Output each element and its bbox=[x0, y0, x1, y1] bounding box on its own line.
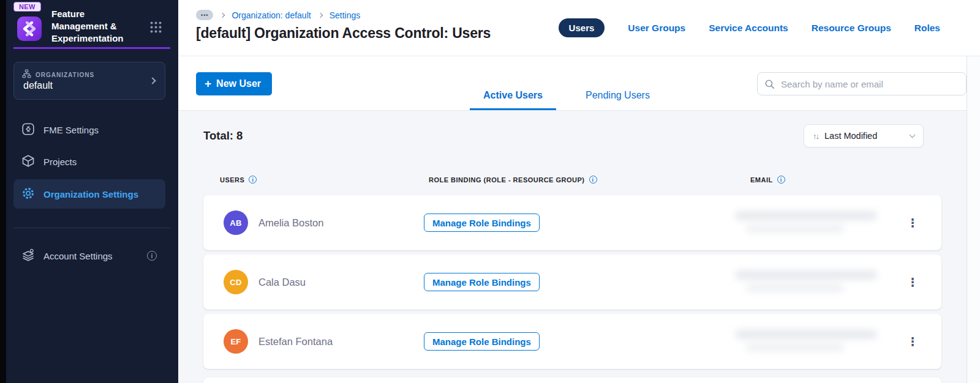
fme-settings-icon bbox=[21, 122, 36, 138]
avatar: EF bbox=[224, 329, 248, 354]
gear-icon bbox=[21, 186, 36, 203]
sidebar: NEW Feature Management & Experimentation bbox=[6, 0, 178, 383]
org-hierarchy-icon bbox=[22, 69, 31, 81]
search-box bbox=[757, 72, 967, 95]
sidebar-item-fme-settings[interactable]: FME Settings bbox=[13, 117, 165, 142]
nav-tab-resource-groups[interactable]: Resource Groups bbox=[812, 23, 891, 34]
user-state-tabs: Active Users Pending Users bbox=[470, 82, 663, 110]
account-info-icon[interactable] bbox=[147, 251, 157, 261]
total-count: Total: 8 bbox=[203, 129, 243, 143]
breadcrumb-link-organization[interactable]: Organization: default bbox=[232, 10, 311, 20]
organization-value: default bbox=[23, 80, 53, 91]
sidebar-divider bbox=[13, 228, 170, 228]
user-row: EF Estefan Fontana Manage Role Bindings … bbox=[203, 314, 941, 369]
user-row-partial bbox=[203, 377, 941, 383]
avatar: CD bbox=[224, 270, 248, 294]
sort-label: Last Modified bbox=[824, 131, 904, 141]
column-header-role-binding: ROLE BINDING (ROLE - RESOURCE GROUP) bbox=[429, 176, 597, 184]
chevron-right-icon bbox=[149, 77, 156, 84]
plus-icon: + bbox=[205, 78, 211, 89]
tab-pending-users[interactable]: Pending Users bbox=[572, 82, 663, 110]
avatar: AB bbox=[224, 210, 248, 235]
redacted-email bbox=[735, 209, 894, 238]
breadcrumb-link-settings[interactable]: Settings bbox=[330, 10, 361, 20]
user-name: Amelia Boston bbox=[258, 195, 323, 250]
users-list-section: Total: 8 ↑↓ Last Modified USERS ROLE BIN… bbox=[178, 111, 980, 383]
nav-tab-user-groups[interactable]: User Groups bbox=[628, 23, 685, 34]
nav-tab-users[interactable]: Users bbox=[559, 18, 605, 37]
info-icon[interactable] bbox=[249, 176, 257, 184]
manage-role-bindings-button[interactable]: Manage Role Bindings bbox=[424, 273, 540, 291]
sidebar-item-organization-settings[interactable]: Organization Settings bbox=[13, 179, 165, 209]
user-row: CD Cala Dasu Manage Role Bindings ⋮ bbox=[203, 255, 941, 310]
redacted-email bbox=[735, 268, 894, 297]
user-name: Estefan Fontana bbox=[258, 314, 333, 369]
access-control-nav: Users User Groups Service Accounts Resou… bbox=[559, 18, 940, 37]
app-switcher-grid-icon[interactable] bbox=[149, 21, 162, 36]
screen-edge-strip bbox=[0, 0, 6, 383]
row-kebab-menu-button[interactable]: ⋮ bbox=[902, 255, 924, 310]
sidebar-item-projects[interactable]: Projects bbox=[13, 149, 165, 174]
manage-role-bindings-button[interactable]: Manage Role Bindings bbox=[424, 332, 540, 351]
chevron-down-icon bbox=[910, 132, 916, 138]
column-header-users: USERS bbox=[220, 176, 257, 184]
row-kebab-menu-button[interactable]: ⋮ bbox=[902, 314, 924, 369]
redacted-email bbox=[735, 327, 894, 357]
organizations-label: ORGANIZATIONS bbox=[36, 72, 94, 78]
sort-arrows-icon: ↑↓ bbox=[813, 132, 818, 141]
brand-divider bbox=[13, 47, 170, 49]
page-title: [default] Organization Access Control: U… bbox=[196, 25, 491, 42]
content-right-gutter bbox=[967, 56, 980, 383]
nav-tab-service-accounts[interactable]: Service Accounts bbox=[709, 23, 788, 34]
user-name: Cala Dasu bbox=[258, 255, 306, 310]
new-user-button[interactable]: + New User bbox=[196, 72, 272, 95]
page-header: ••• Organization: default Settings [defa… bbox=[178, 0, 980, 56]
breadcrumb-chevron-icon bbox=[317, 12, 322, 17]
app-title: Feature Management & Experimentation bbox=[51, 8, 149, 45]
breadcrumb-ellipsis-button[interactable]: ••• bbox=[196, 10, 213, 20]
user-row: AB Amelia Boston Manage Role Bindings ⋮ bbox=[203, 195, 941, 250]
manage-role-bindings-button[interactable]: Manage Role Bindings bbox=[424, 214, 540, 232]
new-badge: NEW bbox=[13, 2, 41, 12]
account-settings-layers-icon bbox=[21, 248, 36, 264]
sidebar-item-account-settings[interactable]: Account Settings bbox=[13, 244, 165, 268]
sort-dropdown[interactable]: ↑↓ Last Modified bbox=[804, 124, 924, 147]
search-input[interactable] bbox=[758, 73, 966, 95]
main-content: ••• Organization: default Settings [defa… bbox=[178, 0, 980, 383]
screen: NEW Feature Management & Experimentation bbox=[0, 0, 980, 383]
app-logo-icon bbox=[17, 16, 42, 42]
breadcrumb: ••• Organization: default Settings bbox=[196, 10, 360, 20]
info-icon[interactable] bbox=[589, 176, 597, 184]
breadcrumb-chevron-icon bbox=[220, 12, 225, 17]
column-header-email: EMAIL bbox=[750, 176, 785, 184]
projects-cube-icon bbox=[21, 154, 36, 170]
toolbar: + New User Active Users Pending Users bbox=[178, 56, 980, 111]
nav-tab-roles[interactable]: Roles bbox=[914, 23, 940, 34]
organization-selector[interactable]: ORGANIZATIONS default bbox=[13, 62, 165, 100]
info-icon[interactable] bbox=[777, 176, 785, 184]
tab-active-users[interactable]: Active Users bbox=[470, 82, 556, 110]
row-kebab-menu-button[interactable]: ⋮ bbox=[902, 195, 924, 250]
